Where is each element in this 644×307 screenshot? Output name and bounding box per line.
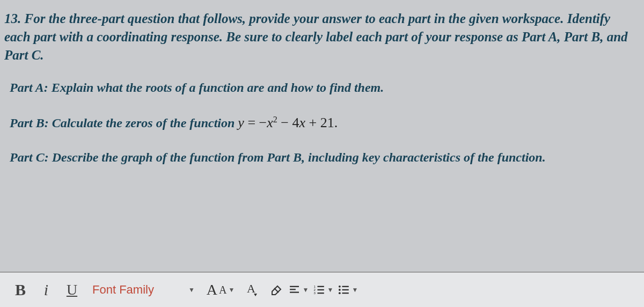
equation-x2: x <box>299 115 305 130</box>
chevron-down-icon: ▼ <box>229 286 235 294</box>
font-color-button[interactable]: A <box>239 277 264 302</box>
underline-button[interactable]: U <box>59 277 85 303</box>
bullet-list-icon <box>338 283 350 297</box>
svg-point-13 <box>339 289 341 291</box>
numbered-list-button[interactable]: 1 2 3 ▼ <box>313 277 338 302</box>
equation-tail: + 21. <box>305 115 338 130</box>
font-size-small-a: A <box>219 284 226 296</box>
clear-formatting-button[interactable] <box>264 277 288 302</box>
svg-line-2 <box>274 288 279 293</box>
part-a: Part A: Explain what the roots of a func… <box>4 79 629 97</box>
align-icon <box>288 283 301 297</box>
question-intro: 13. For the three-part question that fol… <box>4 10 629 64</box>
chevron-down-icon: ▼ <box>327 286 334 294</box>
font-color-icon: A <box>243 282 259 298</box>
equation-exp: 2 <box>273 115 277 124</box>
chevron-down-icon: ▼ <box>303 286 309 294</box>
svg-text:A: A <box>247 282 255 295</box>
svg-text:3: 3 <box>314 291 316 295</box>
equation-neg: − <box>259 115 267 130</box>
equation-mid: − 4 <box>277 115 299 130</box>
italic-button[interactable]: i <box>33 277 59 303</box>
equation-eq: = <box>244 115 259 130</box>
svg-point-14 <box>339 292 341 294</box>
svg-point-12 <box>339 286 341 288</box>
equation-x1: x <box>267 115 273 130</box>
chevron-down-icon: ▼ <box>188 286 195 294</box>
font-size-big-a: A <box>207 281 217 298</box>
bold-button[interactable]: B <box>8 277 33 303</box>
editor-toolbar: B i U Font Family ▼ A A ▼ A ▼ 1 2 <box>0 272 644 307</box>
numbered-list-icon: 1 2 3 <box>313 283 325 297</box>
part-c: Part C: Describe the graph of the functi… <box>4 149 629 167</box>
font-family-label: Font Family <box>92 283 154 297</box>
question-number: 13. <box>4 11 21 26</box>
equation-y: y <box>238 115 244 130</box>
eraser-icon <box>268 282 284 298</box>
chevron-down-icon: ▼ <box>352 286 358 294</box>
align-button[interactable]: ▼ <box>288 277 313 302</box>
part-b-prefix: Part B: Calculate the zeros of the funct… <box>10 116 238 130</box>
font-family-select[interactable]: Font Family ▼ <box>85 283 202 297</box>
question-intro-text: For the three-part question that follows… <box>4 11 628 62</box>
font-size-select[interactable]: A A ▼ <box>202 281 239 298</box>
part-b: Part B: Calculate the zeros of the funct… <box>4 113 629 133</box>
question-area: 13. For the three-part question that fol… <box>0 0 644 188</box>
bullet-list-button[interactable]: ▼ <box>338 277 362 302</box>
